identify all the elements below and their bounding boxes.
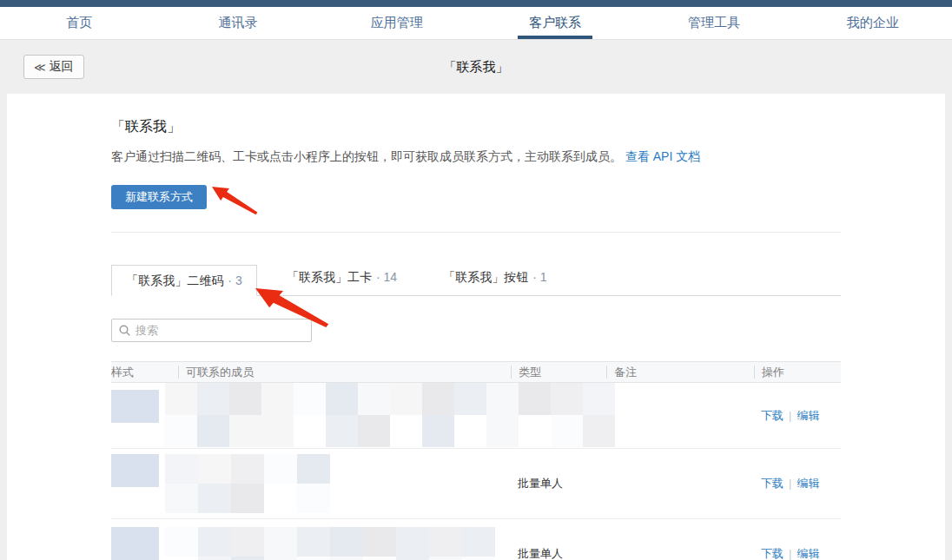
edit-link[interactable]: 编辑 (797, 409, 819, 422)
nav-item-label: 管理工具 (688, 15, 740, 31)
content-card: 「联系我」 客户通过扫描二维码、工卡或点击小程序上的按钮，即可获取成员联系方式，… (7, 94, 945, 560)
redacted-mosaic (111, 449, 841, 518)
tabs-bar: 「联系我」二维码· 3「联系我」工卡· 14「联系我」按钮· 1 (111, 265, 841, 296)
section-description: 客户通过扫描二维码、工卡或点击小程序上的按钮，即可获取成员联系方式，主动联系到成… (111, 148, 841, 164)
table-row: 批量单人下载|编辑 (111, 519, 841, 560)
nav-item-5[interactable]: 我的企业 (793, 7, 952, 39)
edit-link[interactable]: 编辑 (797, 547, 819, 560)
search-icon (119, 325, 130, 336)
tab-2[interactable]: 「联系我」按钮· 1 (443, 270, 546, 295)
search-input[interactable] (136, 324, 304, 337)
table-header: 样式可联系的成员类型备注操作 (111, 361, 841, 383)
page-title: 「联系我」 (0, 59, 952, 76)
top-accent-bar (0, 0, 952, 7)
redacted-mosaic (111, 383, 841, 448)
page: { "topnav": { "items": [ { "label": "首页"… (0, 0, 952, 560)
column-header-2: 类型 (511, 366, 606, 379)
table-body: 多人下载|编辑批量单人下载|编辑批量单人下载|编辑 (111, 383, 841, 560)
type-cell: 多人 (511, 408, 606, 424)
redacted-mosaic (111, 519, 841, 560)
nav-item-label: 首页 (66, 15, 92, 31)
section-title: 「联系我」 (111, 118, 841, 136)
tab-0[interactable]: 「联系我」二维码· 3 (111, 265, 257, 296)
page-subheader: ≪返回 「联系我」 (0, 40, 952, 94)
table-row: 批量单人下载|编辑 (111, 449, 841, 519)
contact-table: 样式可联系的成员类型备注操作 多人下载|编辑批量单人下载|编辑批量单人下载|编辑 (111, 361, 841, 560)
new-contact-method-button[interactable]: 新建联系方式 (111, 185, 207, 209)
column-header-4: 操作 (754, 366, 841, 379)
action-separator: | (789, 477, 791, 490)
action-separator: | (789, 409, 791, 422)
actions-cell: 下载|编辑 (754, 476, 841, 491)
nav-item-4[interactable]: 管理工具 (635, 7, 794, 39)
nav-item-label: 客户联系 (529, 15, 581, 31)
edit-link[interactable]: 编辑 (797, 477, 819, 490)
download-link[interactable]: 下载 (761, 409, 783, 422)
double-chevron-left-icon: ≪ (34, 61, 46, 74)
nav-item-label: 我的企业 (847, 15, 899, 31)
tab-label: 「联系我」二维码 (126, 273, 223, 287)
top-nav: 首页通讯录应用管理客户联系管理工具我的企业 (0, 7, 952, 40)
description-text: 客户通过扫描二维码、工卡或点击小程序上的按钮，即可获取成员联系方式，主动联系到成… (111, 149, 622, 163)
back-button[interactable]: ≪返回 (23, 55, 84, 79)
type-cell: 批量单人 (511, 476, 606, 491)
tab-label: 「联系我」工卡 (287, 270, 372, 284)
active-nav-underline (518, 36, 592, 39)
nav-item-label: 通讯录 (219, 15, 258, 31)
column-header-0: 样式 (111, 366, 178, 379)
nav-item-0[interactable]: 首页 (0, 7, 159, 39)
nav-item-label: 应用管理 (371, 15, 423, 31)
back-button-label: 返回 (50, 59, 74, 75)
nav-item-1[interactable]: 通讯录 (159, 7, 318, 39)
nav-item-3[interactable]: 客户联系 (476, 7, 635, 39)
search-box[interactable] (111, 319, 312, 342)
nav-item-2[interactable]: 应用管理 (317, 7, 476, 39)
tab-label: 「联系我」按钮 (443, 270, 528, 284)
tab-count: · 14 (376, 270, 397, 284)
table-row: 多人下载|编辑 (111, 383, 841, 449)
actions-cell: 下载|编辑 (754, 408, 841, 424)
column-header-1: 可联系的成员 (178, 366, 511, 379)
column-header-3: 备注 (606, 366, 754, 379)
tab-count: · 1 (532, 270, 546, 284)
actions-cell: 下载|编辑 (754, 546, 841, 560)
tab-count: · 3 (228, 273, 241, 287)
action-separator: | (789, 547, 791, 560)
tab-1[interactable]: 「联系我」工卡· 14 (287, 270, 397, 295)
section-divider (111, 232, 841, 233)
api-doc-link[interactable]: 查看 API 文档 (625, 149, 700, 163)
type-cell: 批量单人 (511, 546, 606, 560)
download-link[interactable]: 下载 (761, 477, 783, 490)
download-link[interactable]: 下载 (761, 547, 783, 560)
